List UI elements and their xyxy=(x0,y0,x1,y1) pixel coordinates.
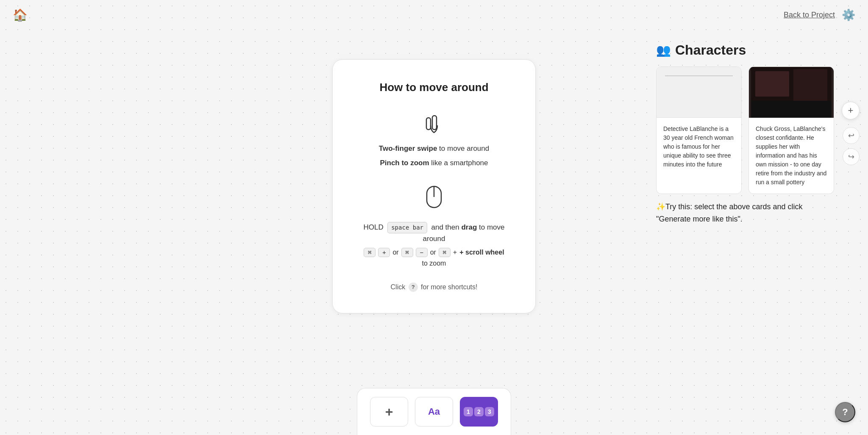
badge-1: 1 xyxy=(464,407,473,416)
undo-button[interactable]: ↩ xyxy=(843,127,860,144)
back-to-project-link[interactable]: Back to Project xyxy=(784,11,835,19)
card-title: How to move around xyxy=(358,81,510,94)
settings-icon[interactable]: ⚙️ xyxy=(842,8,855,22)
character-card-1[interactable]: Detective LaBlanche is a 30 year old Fre… xyxy=(656,66,742,194)
bottom-toolbar: + Aa 1 2 3 xyxy=(357,388,511,435)
home-icon[interactable]: 🏠 xyxy=(13,8,28,22)
svg-rect-1 xyxy=(432,116,437,130)
badge-2: 2 xyxy=(474,407,484,416)
characters-title: Characters xyxy=(675,42,746,58)
add-element-button[interactable]: + xyxy=(370,397,408,427)
hold-instruction: HOLD space bar and then drag to move aro… xyxy=(358,222,510,244)
badge-3: 3 xyxy=(485,407,494,416)
char-card-img-1 xyxy=(657,67,741,118)
swipe-instruction: Two-finger swipe to move around xyxy=(358,143,510,154)
question-badge-inline: ? xyxy=(409,283,418,292)
add-card-button-area: + xyxy=(842,102,860,119)
header: 🏠 Back to Project ⚙️ xyxy=(0,0,868,30)
right-panel: 👥 Characters Detective LaBlanche is a 30… xyxy=(656,42,834,225)
minus-key: − xyxy=(416,248,428,257)
cmd-key-3: ⌘ xyxy=(439,248,451,257)
character-card-2[interactable]: Chuck Gross, LaBlanche's closest confida… xyxy=(748,66,834,194)
question-button[interactable]: ? xyxy=(835,402,855,422)
number-tool-button[interactable]: 1 2 3 xyxy=(460,397,498,427)
pinch-instruction: Pinch to zoom like a smartphone xyxy=(358,158,510,169)
header-left: 🏠 xyxy=(13,8,28,22)
svg-rect-7 xyxy=(751,101,832,118)
svg-rect-6 xyxy=(793,69,827,103)
svg-rect-5 xyxy=(755,71,789,97)
text-tool-button[interactable]: Aa xyxy=(415,397,453,427)
mouse-icon xyxy=(358,184,510,213)
char-card-text-2: Chuck Gross, LaBlanche's closest confida… xyxy=(749,118,834,194)
characters-emoji: 👥 xyxy=(656,43,671,57)
svg-rect-0 xyxy=(426,118,431,130)
redo-button[interactable]: ↪ xyxy=(843,148,860,165)
plus-key: + xyxy=(378,248,390,257)
img-line xyxy=(665,75,733,76)
char-card-img-2 xyxy=(749,67,834,118)
how-to-move-card: How to move around Two-finger swipe to m… xyxy=(332,59,536,313)
header-right: Back to Project ⚙️ xyxy=(784,8,855,22)
touch-icon xyxy=(421,109,447,135)
cmd-key-2: ⌘ xyxy=(401,248,413,257)
spacebar-key: space bar xyxy=(387,222,427,233)
try-this-text: ✨Try this: select the above cards and cl… xyxy=(656,201,834,225)
add-card-button[interactable]: + xyxy=(842,102,860,119)
number-badges: 1 2 3 xyxy=(464,407,494,416)
characters-header: 👥 Characters xyxy=(656,42,834,58)
click-hint: Click ? for more shortcuts! xyxy=(358,283,510,292)
char-card-text-1: Detective LaBlanche is a 30 year old Fre… xyxy=(657,118,741,176)
undo-redo-group: ↩ ↪ xyxy=(843,127,860,165)
shortcut-row: ⌘ + or ⌘ − or ⌘ + + scroll wheel to zoom xyxy=(358,248,510,267)
character-cards-grid: Detective LaBlanche is a 30 year old Fre… xyxy=(656,66,834,194)
cmd-key-1: ⌘ xyxy=(364,248,376,257)
